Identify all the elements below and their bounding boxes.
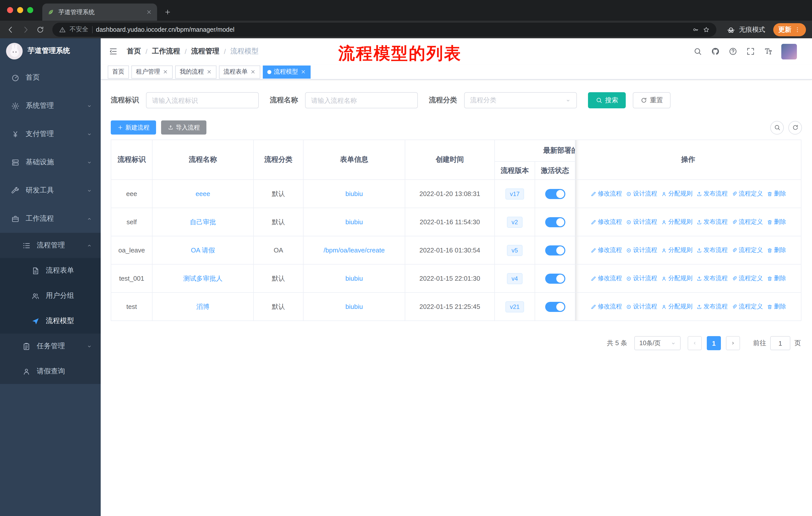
form-info-link[interactable]: /bpm/oa/leave/create	[324, 246, 385, 254]
action-design-process[interactable]: 设计流程	[626, 189, 657, 198]
action-publish-process[interactable]: 发布流程	[696, 189, 728, 198]
active-switch[interactable]	[545, 217, 565, 227]
action-assign-rule[interactable]: 分配规则	[661, 218, 692, 226]
current-page-button[interactable]: 1	[707, 336, 721, 350]
action-delete[interactable]: 删除	[766, 218, 786, 226]
tag-home[interactable]: 首页	[108, 65, 129, 78]
process-key-input[interactable]	[146, 92, 259, 108]
tag-my-process[interactable]: 我的流程	[175, 65, 216, 78]
process-name-link[interactable]: 自己审批	[190, 218, 216, 225]
font-size-icon[interactable]	[764, 47, 773, 56]
search-button[interactable]: 搜索	[588, 92, 626, 108]
action-design-process[interactable]: 设计流程	[626, 246, 657, 254]
active-switch[interactable]	[545, 245, 565, 255]
create-process-button[interactable]: 新建流程	[111, 120, 156, 135]
sidebar-collapse-icon[interactable]	[109, 47, 118, 56]
action-publish-process[interactable]: 发布流程	[696, 218, 728, 226]
toggle-search-button[interactable]	[770, 121, 784, 134]
page-size-select[interactable]: 10条/页	[634, 336, 680, 350]
form-info-link[interactable]: biubiu	[345, 275, 363, 282]
tag-process-model[interactable]: 流程模型	[263, 65, 311, 78]
sidebar-item-leave-query[interactable]: 请假查询	[0, 359, 101, 384]
process-name-link[interactable]: 滔博	[196, 303, 209, 310]
action-modify-process[interactable]: 修改流程	[590, 274, 622, 283]
window-zoom-button[interactable]	[27, 7, 33, 13]
close-icon[interactable]	[300, 69, 306, 75]
sidebar-item-infrastructure[interactable]: 基础设施	[0, 148, 101, 176]
form-info-link[interactable]: biubiu	[345, 303, 363, 310]
help-icon[interactable]	[728, 47, 737, 56]
action-delete[interactable]: 删除	[766, 302, 786, 311]
app-logo[interactable]: 芋道管理系统	[0, 38, 101, 63]
action-delete[interactable]: 删除	[766, 274, 786, 283]
action-modify-process[interactable]: 修改流程	[590, 302, 622, 311]
breadcrumb-workflow[interactable]: 工作流程	[152, 47, 180, 56]
github-icon[interactable]	[711, 47, 720, 56]
action-publish-process[interactable]: 发布流程	[696, 246, 728, 254]
fullscreen-icon[interactable]	[746, 47, 755, 56]
window-minimize-button[interactable]	[17, 7, 23, 13]
action-design-process[interactable]: 设计流程	[626, 302, 657, 311]
action-modify-process[interactable]: 修改流程	[590, 246, 622, 254]
address-bar[interactable]: 不安全 dashboard.yudao.iocoder.cn/bpm/manag…	[52, 22, 716, 36]
tab-close-icon[interactable]	[146, 9, 152, 15]
refresh-table-button[interactable]	[788, 121, 802, 134]
action-assign-rule[interactable]: 分配规则	[661, 246, 692, 254]
form-info-link[interactable]: biubiu	[345, 190, 363, 197]
action-modify-process[interactable]: 修改流程	[590, 189, 622, 198]
close-icon[interactable]	[163, 69, 168, 75]
import-process-button[interactable]: 导入流程	[161, 120, 206, 135]
action-assign-rule[interactable]: 分配规则	[661, 274, 692, 283]
close-icon[interactable]	[206, 69, 212, 75]
tag-process-form[interactable]: 流程表单	[219, 65, 260, 78]
new-tab-icon[interactable]	[164, 8, 171, 16]
close-icon[interactable]	[250, 69, 256, 75]
action-publish-process[interactable]: 发布流程	[696, 302, 728, 311]
sidebar-item-process-model[interactable]: 流程模型	[0, 308, 101, 333]
tag-tenant-management[interactable]: 租户管理	[132, 65, 173, 78]
bookmark-star-icon[interactable]	[703, 26, 710, 33]
browser-menu-icon[interactable]	[794, 26, 801, 33]
sidebar-item-process-management[interactable]: 流程管理	[0, 233, 101, 258]
forward-icon[interactable]	[21, 25, 30, 34]
goto-page-input[interactable]	[770, 336, 790, 350]
sidebar-item-home[interactable]: 首页	[0, 63, 101, 92]
action-delete[interactable]: 删除	[766, 189, 786, 198]
active-switch[interactable]	[545, 302, 565, 312]
sidebar-item-workflow[interactable]: 工作流程	[0, 205, 101, 233]
action-modify-process[interactable]: 修改流程	[590, 218, 622, 226]
active-switch[interactable]	[545, 273, 565, 283]
action-process-definition[interactable]: 流程定义	[731, 189, 763, 198]
update-button[interactable]: 更新	[773, 23, 806, 36]
next-page-button[interactable]	[726, 336, 740, 350]
process-name-input[interactable]	[305, 92, 418, 108]
action-assign-rule[interactable]: 分配规则	[661, 189, 692, 198]
search-icon[interactable]	[693, 47, 702, 56]
password-key-icon[interactable]	[692, 26, 699, 33]
process-name-link[interactable]: 测试多审批人	[183, 274, 223, 282]
action-delete[interactable]: 删除	[766, 246, 786, 254]
action-assign-rule[interactable]: 分配规则	[661, 302, 692, 311]
sidebar-item-system-management[interactable]: 系统管理	[0, 92, 101, 120]
sidebar-item-dev-tools[interactable]: 研发工具	[0, 176, 101, 205]
user-avatar[interactable]	[781, 44, 797, 59]
active-switch[interactable]	[545, 189, 565, 199]
reset-button[interactable]: 重置	[633, 92, 671, 108]
window-close-button[interactable]	[7, 7, 13, 13]
breadcrumb-process-management[interactable]: 流程管理	[191, 47, 220, 56]
category-select[interactable]: 流程分类	[464, 92, 577, 108]
prev-page-button[interactable]	[688, 336, 702, 350]
sidebar-item-process-form[interactable]: 流程表单	[0, 258, 101, 283]
sidebar-item-task-management[interactable]: 任务管理	[0, 333, 101, 359]
action-process-definition[interactable]: 流程定义	[731, 274, 763, 283]
sidebar-item-payment-management[interactable]: 支付管理	[0, 120, 101, 148]
breadcrumb-home[interactable]: 首页	[127, 47, 141, 56]
sidebar-item-user-group[interactable]: 用户分组	[0, 283, 101, 308]
process-name-link[interactable]: OA 请假	[191, 246, 215, 254]
action-design-process[interactable]: 设计流程	[626, 218, 657, 226]
reload-icon[interactable]	[36, 25, 44, 33]
back-icon[interactable]	[6, 25, 15, 34]
action-publish-process[interactable]: 发布流程	[696, 274, 728, 283]
process-name-link[interactable]: eeee	[196, 190, 210, 197]
action-process-definition[interactable]: 流程定义	[731, 218, 763, 226]
